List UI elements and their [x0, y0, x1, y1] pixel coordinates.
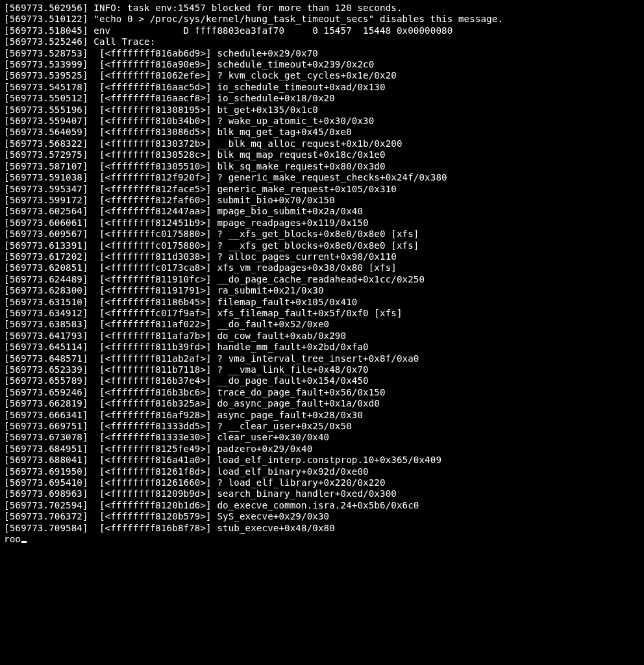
terminal-prompt[interactable]: roo	[4, 534, 21, 544]
kernel-log-output[interactable]: [569773.502956] INFO: task env:15457 blo…	[0, 0, 644, 548]
text-cursor	[21, 541, 27, 543]
